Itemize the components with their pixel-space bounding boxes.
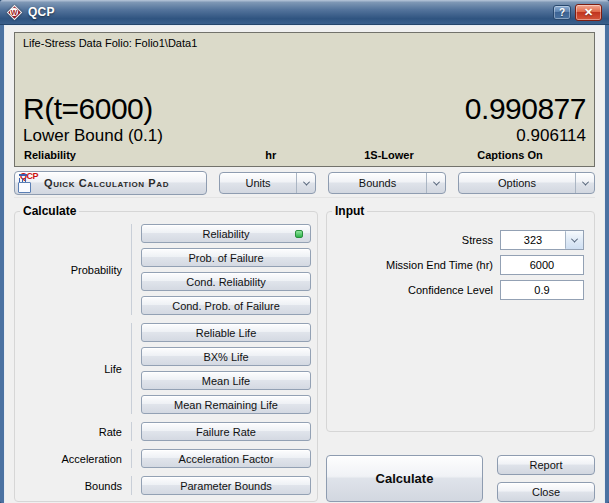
acceleration-group: Acceleration Acceleration Factor xyxy=(21,449,311,468)
reliable-life-button[interactable]: Reliable Life xyxy=(141,323,311,342)
captions-row: Reliability hr 1S-Lower Captions On xyxy=(23,148,586,164)
close-window-button[interactable]: ✕ xyxy=(575,4,602,21)
reliasoft-logo-icon: W xyxy=(6,4,22,20)
qcp-pad-button[interactable]: QCP Quick Calculation Pad xyxy=(14,171,207,195)
caption-captions-state: Captions On xyxy=(477,149,542,161)
qcp-window: W QCP ? ✕ Life-Stress Data Folio: Folio1… xyxy=(0,0,609,503)
qcp-calculator-icon: QCP xyxy=(17,172,39,194)
main-area: Calculate Probability Reliability Prob. … xyxy=(14,204,595,503)
group-label-bounds: Bounds xyxy=(21,476,131,495)
calculate-groupbox: Calculate Probability Reliability Prob. … xyxy=(14,204,318,502)
units-dropdown[interactable]: Units xyxy=(219,172,316,194)
mission-end-time-label: Mission End Time (hr) xyxy=(386,259,500,271)
confidence-level-input[interactable] xyxy=(500,280,584,300)
confidence-level-label: Confidence Level xyxy=(408,284,500,296)
caption-result-type: Reliability xyxy=(24,149,76,161)
cond-prob-of-failure-button[interactable]: Cond. Prob. of Failure xyxy=(141,296,311,315)
folio-source: Life-Stress Data Folio: Folio1\Data1 xyxy=(23,36,586,50)
close-button[interactable]: Close xyxy=(497,482,595,502)
input-groupbox: Input Stress 323 Mission End Time (hr) xyxy=(326,204,595,432)
bx-percent-life-button[interactable]: BX% Life xyxy=(141,347,311,366)
action-buttons: Calculate Report Close xyxy=(326,455,595,502)
chevron-down-icon[interactable] xyxy=(565,231,583,249)
calculate-button[interactable]: Calculate xyxy=(326,455,483,502)
result-value: 0.990877 xyxy=(465,92,586,125)
qcp-pad-label: Quick Calculation Pad xyxy=(44,177,169,189)
options-dropdown[interactable]: Options xyxy=(458,172,595,194)
results-display: Life-Stress Data Folio: Folio1\Data1 R(t… xyxy=(14,32,595,167)
stress-label: Stress xyxy=(462,234,500,246)
caption-bounds: 1S-Lower xyxy=(364,149,414,161)
group-label-rate: Rate xyxy=(21,422,131,441)
stress-value: 323 xyxy=(501,231,565,249)
bounds-dropdown[interactable]: Bounds xyxy=(328,172,446,194)
window-title: QCP xyxy=(28,5,55,19)
life-group: Life Reliable Life BX% Life Mean Life Me… xyxy=(21,323,311,414)
chevron-down-icon[interactable] xyxy=(426,173,445,193)
toolbar: QCP Quick Calculation Pad Units Bounds O… xyxy=(14,171,595,198)
prob-of-failure-button[interactable]: Prob. of Failure xyxy=(141,248,311,267)
probability-group: Probability Reliability Prob. of Failure… xyxy=(21,224,311,315)
mission-end-time-input[interactable] xyxy=(500,255,584,275)
chevron-down-icon[interactable] xyxy=(296,173,315,193)
rate-group: Rate Failure Rate xyxy=(21,422,311,441)
report-button[interactable]: Report xyxy=(497,455,595,475)
group-label-probability: Probability xyxy=(21,224,131,315)
caption-units: hr xyxy=(265,149,276,161)
help-button[interactable]: ? xyxy=(553,5,571,20)
result-expression: R(t=6000) xyxy=(23,92,153,125)
mean-life-button[interactable]: Mean Life xyxy=(141,371,311,390)
chevron-down-icon[interactable] xyxy=(575,173,594,193)
reliability-button[interactable]: Reliability xyxy=(141,224,311,243)
parameter-bounds-button[interactable]: Parameter Bounds xyxy=(141,476,311,495)
failure-rate-button[interactable]: Failure Rate xyxy=(141,422,311,441)
stress-combo[interactable]: 323 xyxy=(500,230,584,250)
group-label-life: Life xyxy=(21,323,131,414)
bounds-group: Bounds Parameter Bounds xyxy=(21,476,311,495)
lower-bound-value: 0.906114 xyxy=(516,125,586,146)
logo-letter: W xyxy=(10,8,18,16)
titlebar: W QCP ? ✕ xyxy=(0,0,609,25)
selected-indicator-icon xyxy=(295,230,303,238)
cond-reliability-button[interactable]: Cond. Reliability xyxy=(141,272,311,291)
window-content: Life-Stress Data Folio: Folio1\Data1 R(t… xyxy=(4,25,605,503)
input-legend: Input xyxy=(332,204,367,218)
group-label-acceleration: Acceleration xyxy=(21,449,131,468)
lower-bound-label: Lower Bound (0.1) xyxy=(23,125,163,146)
mean-remaining-life-button[interactable]: Mean Remaining Life xyxy=(141,395,311,414)
calculate-legend: Calculate xyxy=(20,204,79,218)
right-column: Input Stress 323 Mission End Time (hr) xyxy=(326,204,595,502)
acceleration-factor-button[interactable]: Acceleration Factor xyxy=(141,449,311,468)
